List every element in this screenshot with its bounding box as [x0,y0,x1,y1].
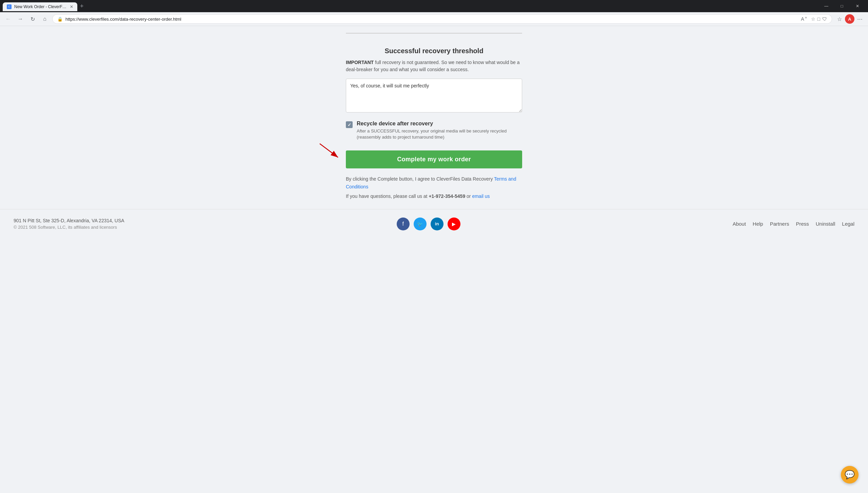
footer-link-legal[interactable]: Legal [842,221,854,227]
section-description: IMPORTANT full recovery is not guarantee… [346,59,522,73]
or-text: or [465,193,472,199]
form-section: Successful recovery threshold IMPORTANT … [346,40,522,209]
footer-address: 901 N Pitt St, Ste 325-D, Alexandria, VA… [14,218,124,223]
chat-bubble-button[interactable]: 💬 [841,466,859,484]
toolbar: ☆ A ⋯ [835,14,865,24]
footer-social-links: f 🐦 in ▶ [397,218,460,230]
collections-icon[interactable]: □ [817,16,820,22]
section-divider [346,33,522,34]
security-icon: 🔒 [57,17,63,22]
new-tab-button[interactable]: + [77,1,86,11]
recycle-checkbox[interactable] [346,121,353,128]
back-button[interactable]: ← [3,14,13,24]
footer-link-press[interactable]: Press [796,221,809,227]
complete-work-order-button[interactable]: Complete my work order [346,150,522,168]
active-tab[interactable]: C New Work Order - CleverFiles D... ✕ [3,2,77,11]
profile-avatar[interactable]: A [845,14,854,24]
tab-close-button[interactable]: ✕ [70,4,73,9]
page-content: Successful recovery threshold IMPORTANT … [0,26,868,493]
footer-link-partners[interactable]: Partners [770,221,789,227]
maximize-button[interactable]: □ [834,1,850,12]
chat-icon: 💬 [845,470,855,479]
address-bar[interactable]: 🔒 https://www.cleverfiles.com/data-recov… [52,14,832,24]
checkbox-description: After a SUCCESSFUL recovery, your origin… [357,128,522,140]
email-us-link[interactable]: email us [472,193,490,199]
submit-button-wrapper: Complete my work order [346,150,522,175]
footer-company-info: 901 N Pitt St, Ste 325-D, Alexandria, VA… [14,218,124,230]
terms-prefix: By clicking the Complete button, I agree… [346,176,493,182]
terms-text-line1: By clicking the Complete button, I agree… [346,175,522,190]
favorites-icon[interactable]: ☆ [811,16,815,22]
forward-button[interactable]: → [16,14,25,24]
footer-link-uninstall[interactable]: Uninstall [816,221,835,227]
tab-title: New Work Order - CleverFiles D... [14,4,67,9]
footer: 901 N Pitt St, Ste 325-D, Alexandria, VA… [0,209,868,239]
settings-button[interactable]: ⋯ [855,14,865,24]
section-title: Successful recovery threshold [346,47,522,55]
minimize-button[interactable]: — [818,1,834,12]
contact-prefix: If you have questions, please call us at [346,193,429,199]
checkbox-title: Recycle device after recovery [357,121,522,127]
window-controls: — □ ✕ [818,1,865,12]
red-arrow-annotation [314,140,344,162]
phone-number: +1-972-354-5459 [429,193,465,199]
footer-link-about[interactable]: About [733,221,746,227]
reload-button[interactable]: ↻ [28,14,37,24]
footer-link-help[interactable]: Help [753,221,763,227]
footer-copyright: © 2021 508 Software, LLC, its affiliates… [14,225,124,230]
facebook-icon[interactable]: f [397,218,410,230]
close-button[interactable]: ✕ [850,1,865,12]
url-text: https://www.cleverfiles.com/data-recover… [65,17,798,22]
toolbar-favorites-button[interactable]: ☆ [835,14,844,24]
terms-text-line2: If you have questions, please call us at… [346,192,522,200]
home-button[interactable]: ⌂ [40,14,50,24]
recovery-threshold-textarea[interactable]: Yes, of course, it will suit me perfectl… [346,79,522,112]
recycle-device-checkbox-row: Recycle device after recovery After a SU… [346,121,522,140]
navigation-bar: ← → ↻ ⌂ 🔒 https://www.cleverfiles.com/da… [0,12,868,26]
tab-favicon: C [7,4,12,9]
translate-icon[interactable]: Aᄋ [801,16,809,22]
svg-line-1 [320,144,338,158]
footer-nav-links: About Help Partners Press Uninstall Lega… [733,221,854,227]
twitter-icon[interactable]: 🐦 [414,218,427,230]
browser-shield-icon[interactable]: 🛡 [822,16,827,22]
linkedin-icon[interactable]: in [431,218,443,230]
youtube-icon[interactable]: ▶ [448,218,460,230]
important-label: IMPORTANT [346,60,374,65]
